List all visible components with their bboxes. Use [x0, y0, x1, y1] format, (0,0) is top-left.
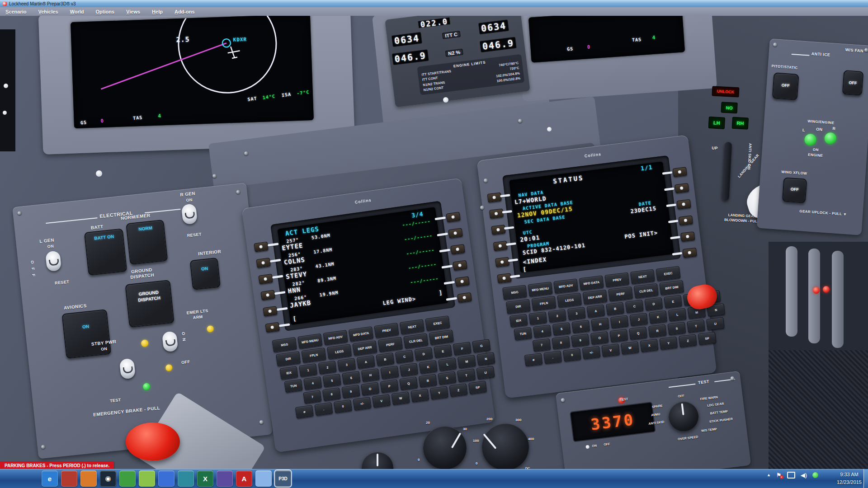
cdu-key[interactable]: D [415, 347, 433, 361]
cdu-key[interactable]: DEP ARR [583, 290, 608, 305]
lsk-r5[interactable] [455, 276, 469, 286]
cdu-key[interactable]: 9 [571, 333, 590, 347]
cdu-key[interactable]: P [610, 329, 628, 342]
lsk-l3[interactable] [491, 225, 505, 235]
taskbar-icon[interactable] [119, 470, 136, 487]
lsk-l5[interactable] [495, 257, 509, 267]
cdu-key[interactable]: U [706, 317, 725, 330]
cdu-key[interactable]: TUN [284, 379, 303, 393]
cdu-key[interactable]: MFD ADV [553, 279, 578, 294]
cdu-key[interactable]: A [587, 305, 605, 318]
taskbar-icon[interactable] [139, 470, 155, 487]
cdu-key[interactable]: DIR [506, 299, 531, 314]
interior-button[interactable]: ON [190, 258, 221, 290]
avionics-button[interactable]: ON [61, 309, 111, 359]
cdu-key[interactable]: C [625, 300, 644, 313]
lsk-r3[interactable] [677, 199, 691, 210]
cdu-key[interactable]: L [668, 308, 687, 321]
cdu-key[interactable]: L [438, 357, 457, 371]
cdu-key[interactable]: NEXT [630, 269, 655, 284]
cdu-key[interactable]: MSG [502, 285, 527, 300]
taskbar-icon[interactable]: X [197, 470, 213, 487]
cdu-key[interactable]: IDX [509, 314, 528, 327]
l-gen-switch[interactable] [43, 250, 64, 277]
norm-button[interactable]: NORM [126, 220, 168, 265]
lsk-r4[interactable] [453, 260, 467, 271]
cdu-key[interactable]: F [453, 342, 472, 355]
cdu-key[interactable]: PERF [608, 286, 633, 301]
cdu-key[interactable]: Y [430, 386, 448, 399]
volume-icon[interactable]: ◀) [801, 472, 807, 478]
lsk-l1[interactable] [487, 192, 502, 203]
cdu-key[interactable]: J [400, 363, 418, 376]
pitot-static-button[interactable]: OFF [772, 72, 799, 100]
taskbar-icon[interactable]: ◉ [100, 470, 116, 487]
cdu-key[interactable]: V [601, 343, 620, 357]
menu-item[interactable]: Help [152, 9, 163, 14]
cdu-key[interactable]: DEP ARR [352, 340, 377, 356]
cdu-key[interactable]: Z [449, 383, 467, 397]
cdu-key[interactable]: 6 [342, 371, 360, 385]
cdu-key[interactable]: . [543, 351, 562, 364]
cdu-key[interactable]: EXEC [656, 266, 681, 281]
lsk-r4[interactable] [679, 215, 693, 225]
cdu-key[interactable]: 3 [337, 358, 356, 371]
taskbar-icon[interactable] [158, 470, 175, 487]
cdu-key[interactable]: NEXT [400, 319, 425, 334]
cdu-key[interactable]: 6 [572, 320, 590, 333]
cdu-key[interactable]: 3 [567, 307, 586, 320]
cdu-key[interactable]: 8 [552, 336, 571, 349]
cdu-key[interactable]: +/- [353, 397, 372, 410]
cdu-key[interactable]: M [458, 355, 476, 368]
cdu-key[interactable]: PREV [374, 323, 399, 338]
cdu-key[interactable]: D [645, 297, 663, 310]
cdu-key[interactable]: N [476, 352, 495, 366]
cdu-key[interactable]: MFD DATA [579, 276, 604, 291]
cdu-key[interactable]: SP [468, 380, 487, 394]
cdu-key[interactable]: Q [629, 327, 647, 340]
cdu-key[interactable]: S [668, 322, 686, 335]
cdu-key[interactable]: 9 [342, 385, 360, 399]
lsk-l4[interactable] [493, 241, 508, 251]
taskbar-icon[interactable]: A [236, 470, 252, 487]
menu-item[interactable]: Views [126, 9, 140, 14]
test-rotary-knob[interactable] [667, 400, 700, 433]
menu-item[interactable]: Options [96, 9, 115, 14]
cdu-key[interactable]: 5 [323, 374, 341, 387]
cdu-key[interactable]: ø [524, 353, 543, 366]
action-center-flag-icon[interactable]: ⚑✕ [776, 472, 782, 478]
lsk-l1[interactable] [254, 242, 268, 252]
cdu-key[interactable]: X [640, 339, 659, 352]
cdu-key[interactable]: MFD ADV [323, 330, 348, 345]
cdu-key[interactable]: P [380, 380, 399, 393]
cdu-key[interactable]: B [606, 302, 624, 315]
cdu-key[interactable]: BRT DIM [429, 330, 454, 345]
antivirus-icon[interactable] [812, 472, 818, 478]
cdu-key[interactable]: Z [679, 334, 697, 347]
cdu-key[interactable]: 4 [533, 325, 552, 338]
cdu-key[interactable]: R [648, 324, 667, 337]
cdu-key[interactable]: O [361, 382, 379, 396]
cdu-key[interactable]: H [361, 368, 380, 382]
network-icon[interactable] [787, 472, 795, 479]
lsk-r2[interactable] [448, 228, 462, 238]
menu-item[interactable]: World [70, 9, 84, 14]
cdu-key[interactable]: 7 [533, 338, 551, 352]
lsk-l4[interactable] [260, 290, 275, 300]
ground-dispatch-button[interactable]: GROUND DISPATCH [125, 280, 174, 328]
cdu-key[interactable]: B [376, 352, 394, 366]
cdu-key[interactable]: DIR [276, 351, 301, 366]
cdu-key[interactable]: 2 [548, 309, 566, 322]
cdu-key[interactable]: S [438, 371, 457, 385]
cdu-key[interactable]: 7 [303, 390, 321, 404]
lsk-r3[interactable] [450, 244, 465, 254]
cdu-key[interactable]: K [419, 360, 438, 374]
cdu-key[interactable]: R [419, 374, 437, 388]
cdu-key[interactable]: V [372, 394, 391, 408]
cdu-key[interactable]: . [314, 402, 333, 416]
cdu-key[interactable]: PERF [378, 337, 403, 352]
cdu-key[interactable]: FPLN [532, 296, 557, 311]
cdu-key[interactable]: X [410, 389, 429, 402]
lsk-r2[interactable] [675, 183, 689, 193]
cdu-key[interactable]: H [591, 318, 609, 331]
